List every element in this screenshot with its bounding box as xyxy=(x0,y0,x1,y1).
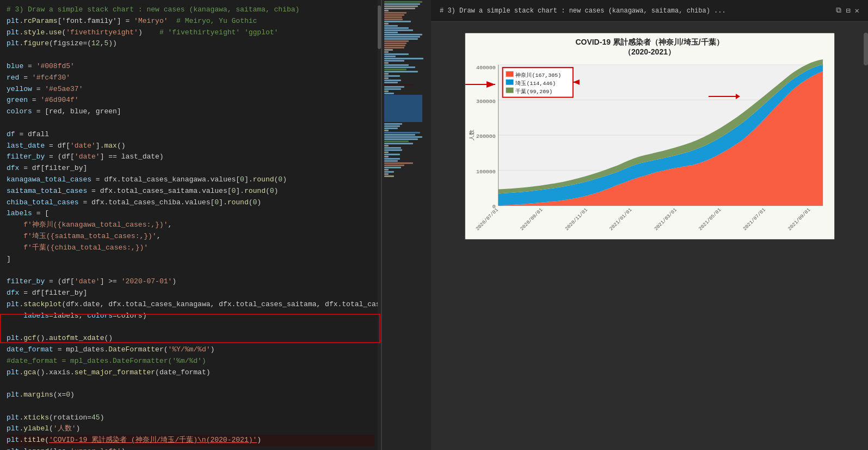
minimap xyxy=(382,0,431,450)
svg-rect-27 xyxy=(506,88,513,93)
chart-visualization: COVID-19 累計感染者（神奈川/埼玉/千葉） （2020-2021） xyxy=(465,33,835,240)
copy-icon[interactable]: ⧉ xyxy=(836,6,841,15)
code-line-22: f'千葉({chiba_total_cases:,})' xyxy=(7,242,374,254)
svg-text:2021/07/01: 2021/07/01 xyxy=(742,207,766,232)
code-line-6: blue = '#008fd5' xyxy=(7,61,374,72)
code-line-15: dfx = df[filter_by] xyxy=(7,163,374,174)
code-line-31: date_format = mpl_dates.DateFormatter('%… xyxy=(7,344,374,356)
code-line-26: dfx = df[filter_by] xyxy=(7,288,374,299)
code-line-20: f'神奈川({kanagawa_total_cases:,})', xyxy=(7,220,374,231)
code-line-16: kanagawa_total_cases = dfx.total_cases_k… xyxy=(7,174,374,186)
code-line-24 xyxy=(7,265,374,276)
chart-panel: # 3) Draw a simple stack chart : new cas… xyxy=(431,0,868,450)
code-line-36 xyxy=(7,401,374,412)
svg-text:2021/01/01: 2021/01/01 xyxy=(608,207,633,232)
code-line-1: # 3) Draw a simple stack chart : new cas… xyxy=(7,4,374,16)
split-icon[interactable]: ⊟ xyxy=(846,6,850,15)
code-line-13: last_date = df['date'].max() xyxy=(7,141,374,152)
svg-text:300000: 300000 xyxy=(476,99,495,105)
code-line-29 xyxy=(7,321,374,333)
code-line-5 xyxy=(7,50,374,61)
code-line-27: plt.stackplot(dfx.date, dfx.total_cases_… xyxy=(7,299,374,311)
code-line-25: filter_by = (df['date'] >= '2020-07-01') xyxy=(7,276,374,288)
svg-text:2021/05/01: 2021/05/01 xyxy=(698,207,722,232)
chart-content-area: ••• COVID-19 累計感染者（神奈川/埼玉/千葉） （2020-2021… xyxy=(431,22,868,450)
right-scrollbar[interactable] xyxy=(864,22,868,450)
svg-text:人数: 人数 xyxy=(469,130,475,141)
code-line-35: plt.margins(x=0) xyxy=(7,390,374,401)
svg-text:2021/09/01: 2021/09/01 xyxy=(787,207,811,232)
code-line-9: green = '#6d904f' xyxy=(7,95,374,106)
svg-text:400000: 400000 xyxy=(476,65,495,71)
close-icon[interactable]: ✕ xyxy=(855,6,859,15)
code-editor: # 3) Draw a simple stack chart : new cas… xyxy=(0,4,381,450)
svg-text:200000: 200000 xyxy=(476,133,495,139)
chart-tab-header: # 3) Draw a simple stack chart : new cas… xyxy=(431,0,868,22)
code-line-11 xyxy=(7,118,374,129)
code-line-8: yellow = '#e5ae37' xyxy=(7,84,374,95)
code-line-30: plt.gcf().autofmt_xdate() xyxy=(7,333,374,344)
code-line-32: #date_format = mpl_dates.DateFormatter('… xyxy=(7,356,374,367)
code-line-4: plt.figure(figsize=(12,5)) xyxy=(7,38,374,50)
left-scrollbar[interactable] xyxy=(378,0,381,450)
code-line-7: red = '#fc4f30' xyxy=(7,72,374,84)
code-line-10: colors = [red, blue, green] xyxy=(7,106,374,118)
svg-text:100000: 100000 xyxy=(476,169,495,175)
code-line-34 xyxy=(7,378,374,390)
code-line-38: plt.ylabel('人数') xyxy=(7,423,374,435)
svg-text:2020/07/01: 2020/07/01 xyxy=(475,207,499,232)
code-line-17: saitama_total_cases = dfx.total_cases_sa… xyxy=(7,186,374,197)
svg-text:神奈川(167,305): 神奈川(167,305) xyxy=(515,72,561,78)
code-line-2: plt.rcParams['font.family'] = 'Meiryo' #… xyxy=(7,16,374,27)
code-line-39: plt.title('COVID-19 累計感染者 (神奈川/埼玉/千葉)\n(… xyxy=(7,435,374,446)
svg-rect-23 xyxy=(506,71,513,77)
code-line-14: filter_by = (df['date'] == last_date) xyxy=(7,151,374,163)
svg-text:2020/09/01: 2020/09/01 xyxy=(519,207,544,232)
code-line-23: ] xyxy=(7,254,374,265)
chart-header-icons[interactable]: ⧉ ⊟ ✕ xyxy=(836,6,859,15)
code-line-37: plt.xticks(rotation=45) xyxy=(7,412,374,424)
svg-rect-25 xyxy=(506,80,513,85)
code-line-28: labels=labels, colors=colors) xyxy=(7,311,374,322)
code-line-40: plt.legend(loc='upper left') xyxy=(7,446,374,450)
code-line-19: labels = [ xyxy=(7,208,374,220)
svg-text:2020/11/01: 2020/11/01 xyxy=(564,207,588,232)
svg-text:千葉(99,209): 千葉(99,209) xyxy=(515,88,552,95)
chart-annotation-arrow xyxy=(709,94,740,99)
code-line-12: df = dfall xyxy=(7,129,374,141)
chart-title: COVID-19 累計感染者（神奈川/埼玉/千葉） （2020-2021） xyxy=(465,33,834,59)
chart-tab-title: # 3) Draw a simple stack chart : new cas… xyxy=(440,7,726,15)
code-line-18: chiba_total_cases = dfx.total_cases_chib… xyxy=(7,197,374,209)
code-line-21: f'埼玉({saitama_total_cases:,})', xyxy=(7,231,374,242)
code-line-33: plt.gca().xaxis.set_major_formatter(date… xyxy=(7,367,374,379)
svg-text:2021/03/01: 2021/03/01 xyxy=(653,207,678,232)
svg-text:埼玉(114,446): 埼玉(114,446) xyxy=(515,80,556,87)
code-line-3: plt.style.use('fivethirtyeight') # 'five… xyxy=(7,27,374,39)
